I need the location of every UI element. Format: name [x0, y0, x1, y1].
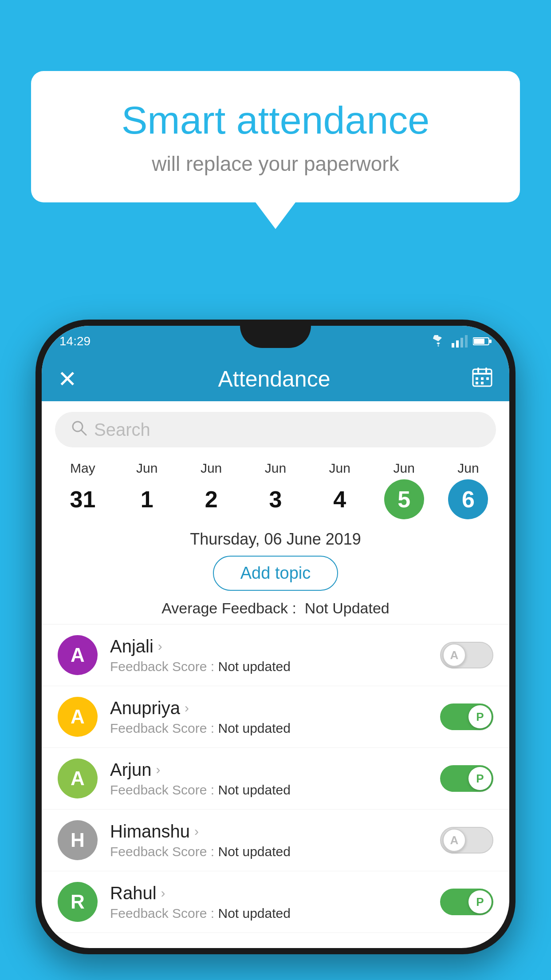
svg-rect-13	[486, 377, 489, 380]
student-feedback: Feedback Score : Not updated	[110, 782, 440, 798]
svg-point-16	[73, 422, 83, 431]
student-info: Himanshu › Feedback Score : Not updated	[98, 822, 440, 859]
svg-rect-10	[485, 368, 487, 373]
calendar-icon[interactable]	[471, 366, 493, 392]
speech-bubble-container: Smart attendance will replace your paper…	[31, 71, 520, 229]
toggle-knob: P	[468, 890, 492, 913]
add-topic-button[interactable]: Add topic	[213, 556, 338, 591]
svg-rect-3	[465, 335, 468, 348]
student-row: A Arjun › Feedback Score : Not updated P	[42, 748, 509, 810]
status-time: 14:29	[59, 334, 91, 348]
svg-rect-5	[474, 339, 484, 344]
search-placeholder: Search	[94, 420, 150, 440]
student-avatar: R	[58, 882, 98, 922]
close-button[interactable]: ✕	[58, 366, 77, 392]
student-info: Rahul › Feedback Score : Not updated	[98, 883, 440, 921]
phone: 14:29	[35, 320, 516, 954]
svg-rect-12	[481, 377, 484, 380]
student-feedback: Feedback Score : Not updated	[110, 659, 440, 674]
svg-rect-11	[476, 377, 478, 380]
student-name: Arjun ›	[110, 760, 440, 780]
chevron-icon: ›	[185, 700, 189, 715]
cal-day-6[interactable]: Jun 6	[448, 461, 488, 519]
svg-rect-14	[476, 382, 478, 384]
student-row: A Anjali › Feedback Score : Not updated …	[42, 624, 509, 686]
student-feedback: Feedback Score : Not updated	[110, 844, 440, 859]
cal-day-3[interactable]: Jun 3	[256, 461, 295, 519]
calendar-row: May 31 Jun 1 Jun 2 Jun 3 Jun 4	[42, 452, 509, 519]
student-avatar: A	[58, 759, 98, 798]
search-bar[interactable]: Search	[55, 412, 496, 447]
chevron-icon: ›	[158, 639, 162, 654]
attendance-toggle[interactable]: A	[440, 642, 493, 668]
toggle-knob: A	[443, 829, 466, 852]
wifi-icon	[430, 335, 446, 348]
speech-bubble: Smart attendance will replace your paper…	[31, 71, 520, 202]
chevron-icon: ›	[194, 824, 199, 839]
svg-rect-8	[473, 373, 492, 375]
student-avatar: H	[58, 820, 98, 860]
student-feedback: Feedback Score : Not updated	[110, 906, 440, 921]
student-info: Anjali › Feedback Score : Not updated	[98, 636, 440, 674]
svg-rect-15	[481, 382, 484, 384]
toggle-knob: A	[443, 644, 466, 667]
student-name: Himanshu ›	[110, 822, 440, 842]
chevron-icon: ›	[156, 762, 160, 777]
svg-line-17	[82, 431, 86, 435]
student-row: H Himanshu › Feedback Score : Not update…	[42, 810, 509, 871]
bubble-arrow	[256, 202, 295, 229]
chevron-icon: ›	[161, 885, 165, 901]
bubble-subtitle: will replace your paperwork	[67, 152, 484, 176]
student-feedback: Feedback Score : Not updated	[110, 721, 440, 736]
svg-rect-6	[489, 340, 492, 343]
student-row: A Anupriya › Feedback Score : Not update…	[42, 686, 509, 748]
student-info: Anupriya › Feedback Score : Not updated	[98, 698, 440, 736]
student-name: Anjali ›	[110, 636, 440, 656]
selected-date: Thursday, 06 June 2019	[42, 519, 509, 556]
cal-day-4[interactable]: Jun 4	[320, 461, 360, 519]
average-feedback: Average Feedback : Not Updated	[42, 600, 509, 617]
app-bar: ✕ Attendance	[42, 357, 509, 401]
battery-icon	[473, 336, 492, 346]
notch	[240, 326, 311, 348]
svg-rect-2	[460, 338, 463, 348]
attendance-toggle[interactable]: P	[440, 703, 493, 730]
attendance-toggle[interactable]: P	[440, 889, 493, 915]
svg-rect-9	[477, 368, 479, 373]
cal-day-1[interactable]: Jun 1	[127, 461, 167, 519]
status-icons	[430, 335, 492, 348]
student-avatar: A	[58, 697, 98, 737]
toggle-knob: P	[468, 767, 492, 790]
students-list: A Anjali › Feedback Score : Not updated …	[42, 624, 509, 933]
svg-rect-0	[452, 343, 454, 348]
app-title: Attendance	[218, 366, 331, 392]
phone-container: 14:29	[35, 320, 516, 980]
attendance-toggle[interactable]: A	[440, 827, 493, 854]
feedback-value: Not Updated	[305, 600, 390, 616]
student-name: Anupriya ›	[110, 698, 440, 718]
student-info: Arjun › Feedback Score : Not updated	[98, 760, 440, 798]
signal-icon	[452, 335, 468, 348]
cal-day-5[interactable]: Jun 5	[384, 461, 424, 519]
phone-screen: 14:29	[42, 326, 509, 948]
toggle-knob: P	[468, 705, 492, 728]
student-name: Rahul ›	[110, 883, 440, 903]
student-avatar: A	[58, 635, 98, 675]
cal-day-2[interactable]: Jun 2	[191, 461, 231, 519]
cal-day-0[interactable]: May 31	[63, 461, 102, 519]
svg-rect-1	[456, 340, 459, 348]
bubble-title: Smart attendance	[67, 98, 484, 143]
search-icon	[71, 420, 87, 440]
student-row: R Rahul › Feedback Score : Not updated P	[42, 871, 509, 933]
attendance-toggle[interactable]: P	[440, 765, 493, 792]
